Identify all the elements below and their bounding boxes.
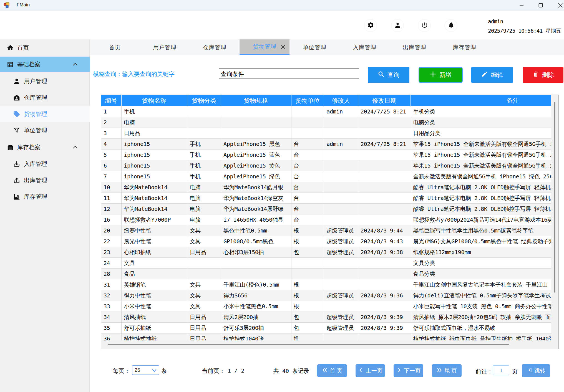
sidebar-item-label: 用户管理 — [24, 77, 47, 85]
table-row-4[interactable]: 4iphone15手机AppleiPhone15 黑色台admin2024/7/… — [101, 139, 551, 150]
edit-button[interactable]: 编辑 — [471, 67, 513, 83]
jump-button[interactable]: 跳转 — [522, 364, 550, 377]
first-page-button[interactable]: 首 页 — [317, 364, 347, 377]
tab-close-icon[interactable] — [281, 44, 286, 49]
table-row-10[interactable]: 10华为MateBook14电脑华为MateBook14皓月银台酷睿 Ultra… — [101, 182, 551, 193]
table-row-34[interactable]: 34清风抽纸日用品清风2层200抽包超级管理员2024/8/3 9:39清风抽纸… — [101, 312, 551, 323]
tab-label: 用户管理 — [153, 44, 176, 51]
table-cell: AppleiPhone15 黄色 — [221, 160, 291, 171]
table-row-16[interactable]: 16联想拯救者Y7000P电脑i7-14650HX-4050独显台联想拯救者y7… — [101, 214, 551, 225]
search-button[interactable]: 查询 — [368, 67, 409, 83]
table-cell: 根 — [291, 290, 324, 301]
sidebar-item-货物管理[interactable]: 货物管理 — [0, 106, 90, 122]
sidebar-item-基础档案[interactable]: 基础档案 — [0, 57, 90, 72]
column-header-货物名称[interactable]: 货物名称 — [122, 95, 187, 106]
table-row-24[interactable]: 24文具文具分类 — [101, 258, 551, 269]
chevron-right-icon — [396, 367, 402, 374]
sidebar-item-label: 仓库管理 — [24, 94, 47, 102]
tab-货物管理[interactable]: 货物管理 — [240, 39, 289, 54]
vertical-scrollbar-thumb[interactable] — [554, 102, 555, 293]
maximize-button[interactable] — [534, 0, 547, 11]
table-cell — [358, 258, 411, 269]
table-row-23[interactable]: 23心相印抽纸日用品心相印3层150抽包超级管理员2024/8/3 9:38纸张… — [101, 247, 551, 258]
sidebar-item-单位管理[interactable]: 单位管理 — [0, 122, 90, 138]
goto-page-input[interactable] — [493, 365, 509, 375]
per-page-value: 25 — [135, 367, 140, 373]
settings-button[interactable] — [364, 19, 377, 32]
tab-单位管理[interactable]: 单位管理 — [289, 39, 339, 55]
vertical-scrollbar[interactable] — [551, 95, 558, 349]
sidebar: 首页基础档案用户管理仓库管理货物管理单位管理库存档案入库管理出库管理库存管理 — [0, 39, 90, 392]
sidebar-item-用户管理[interactable]: 用户管理 — [0, 73, 90, 89]
table-cell — [324, 214, 358, 225]
sidebar-item-库存管理[interactable]: 库存管理 — [0, 188, 90, 205]
table-row-31[interactable]: 31英雄钢笔文具千里江山(橙色)0.5mm根千里江山文创中国风复古笔记本本子礼盒… — [101, 279, 551, 290]
table-cell — [324, 269, 358, 279]
table-cell: 32 — [101, 290, 122, 301]
table-cell: 华为MateBook14深空灰 — [221, 193, 291, 204]
sidebar-item-入库管理[interactable]: 入库管理 — [0, 156, 90, 172]
table-cell: 台 — [291, 182, 324, 193]
table-cell: 电脑 — [187, 214, 221, 225]
power-button[interactable] — [418, 19, 431, 32]
chevron-up-icon — [72, 61, 78, 67]
user-button[interactable] — [391, 19, 404, 32]
table-cell — [358, 333, 411, 340]
tab-仓库管理[interactable]: 仓库管理 — [190, 39, 240, 55]
prev-page-button[interactable]: 上一页 — [356, 364, 385, 377]
tab-用户管理[interactable]: 用户管理 — [140, 39, 190, 55]
table-cell: 根 — [291, 301, 324, 312]
per-page-select[interactable]: 25 — [132, 365, 159, 375]
sidebar-item-label: 出库管理 — [24, 176, 47, 184]
table-row-3[interactable]: 3日用品日用品分类 — [101, 128, 551, 139]
tab-首页[interactable]: 首页 — [90, 39, 140, 55]
notifications-button[interactable] — [445, 19, 457, 32]
query-input[interactable] — [219, 68, 359, 79]
column-header-编号[interactable]: 编号 — [101, 95, 122, 106]
column-header-备注[interactable]: 备注 — [411, 95, 551, 106]
table-cell — [358, 150, 411, 160]
sidebar-item-出库管理[interactable]: 出库管理 — [0, 172, 90, 188]
filter-icon — [13, 127, 20, 134]
table-row-1[interactable]: 1手机admin2024/7/25 8:21手机分类 — [101, 106, 551, 117]
column-header-货物规格[interactable]: 货物规格 — [221, 95, 291, 106]
table-row-6[interactable]: 6iphone15手机AppleiPhone15 黄色台苹果15 iPhone1… — [101, 160, 551, 171]
column-header-货物单位[interactable]: 货物单位 — [291, 95, 324, 106]
table-row-22[interactable]: 22晨光中性笔文具GP1008/0.5mm黑色根超级管理员2024/8/3 9:… — [101, 236, 551, 247]
datetime: 2025/9/25 10:56:41 星期五 — [488, 27, 561, 34]
tab-出库管理[interactable]: 出库管理 — [389, 39, 439, 55]
table-cell: 3 — [101, 128, 122, 139]
column-header-修改日期[interactable]: 修改日期 — [358, 95, 411, 106]
next-page-button[interactable]: 下一页 — [394, 364, 423, 377]
delete-button[interactable]: 删除 — [523, 67, 563, 83]
table-cell — [324, 333, 358, 340]
table-row-12[interactable]: 12华为MateBook14电脑华为MateBook14原野绿台酷睿 Ultra… — [101, 204, 551, 214]
close-button[interactable] — [554, 0, 564, 11]
last-page-button[interactable]: 尾 页 — [432, 364, 462, 377]
table-cell: 33 — [101, 301, 122, 312]
sidebar-item-首页[interactable]: 首页 — [0, 39, 90, 56]
table-cell: 手机分类 — [411, 106, 551, 117]
table-row-35[interactable]: 35舒可乐抽纸日用品舒可乐3层200抽包超级管理员2024/8/3 9:39舒可… — [101, 323, 551, 333]
minimize-button[interactable] — [515, 0, 528, 11]
table-row-2[interactable]: 2电脑电脑分类 — [101, 117, 551, 128]
table-row-32[interactable]: 32得力中性笔文具得力S656根超级管理员2024/8/3 9:36得力(del… — [101, 290, 551, 301]
column-header-修改人[interactable]: 修改人 — [324, 95, 358, 106]
sidebar-item-库存档案[interactable]: 库存档案 — [0, 140, 90, 155]
table-row-11[interactable]: 11华为MateBook14电脑华为MateBook14深空灰台酷睿 Ultra… — [101, 193, 551, 204]
column-header-货物分类[interactable]: 货物分类 — [187, 95, 221, 106]
table-cell: 千里江山(橙色)0.5mm — [221, 279, 291, 290]
table-row-28[interactable]: 28食品食品分类 — [101, 269, 551, 279]
horizontal-scrollbar-thumb[interactable] — [108, 344, 509, 345]
tab-库存管理[interactable]: 库存管理 — [439, 39, 489, 55]
table-row-36[interactable]: 36植护挂式抽纸日用品植护挂式1040张提植护挂式抽纸 纸巾面巾纸 悬挂卫生纸抽… — [101, 333, 551, 340]
table-row-7[interactable]: 7iphone15手机AppleiPhone15 绿色台全新未激活美版有锁全网通… — [101, 171, 551, 182]
add-button[interactable]: 新增 — [419, 67, 463, 83]
tab-入库管理[interactable]: 入库管理 — [339, 39, 389, 55]
table-cell: 2024/8/3 9:43 — [358, 236, 411, 247]
table-row-5[interactable]: 5iphone15手机AppleiPhone15 蓝色台苹果15 iPhone1… — [101, 150, 551, 160]
horizontal-scrollbar[interactable] — [101, 340, 558, 349]
sidebar-item-仓库管理[interactable]: 仓库管理 — [0, 89, 90, 106]
table-row-20[interactable]: 20纽赛中性笔文具黑色中性笔0.5mm根超级管理员2024/8/3 9:44黑笔… — [101, 225, 551, 236]
table-row-33[interactable]: 33小米中性笔文具小米中性笔黑色0.5mm根小米巨能写中性笔 10支装 黑色 0… — [101, 301, 551, 312]
